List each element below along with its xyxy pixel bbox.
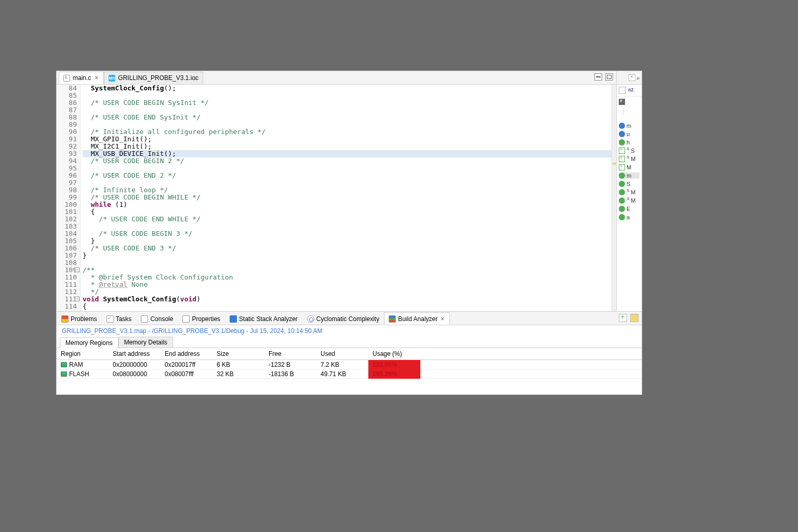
code-line[interactable]: MX_GPIO_Init(); <box>83 136 611 143</box>
outline-item[interactable]: h <box>619 139 640 145</box>
refresh-button[interactable] <box>630 314 639 322</box>
usage-cell: 120.05% <box>368 360 420 369</box>
tab-console[interactable]: Console <box>136 312 178 325</box>
code-line[interactable] <box>83 107 611 114</box>
code-line[interactable] <box>83 92 611 99</box>
maximize-button[interactable] <box>605 73 613 81</box>
outline-icon <box>619 156 625 162</box>
code-line[interactable]: * @brief System Clock Configuration <box>83 274 611 281</box>
col-free[interactable]: Free <box>264 349 316 358</box>
table-row[interactable]: RAM0x200000000x200017ff6 KB-1232 B7.2 KB… <box>57 360 642 369</box>
tab-tasks[interactable]: Tasks <box>102 312 137 325</box>
code-line[interactable]: /* USER CODE END SysInit */ <box>83 114 611 121</box>
subtab-memory-details[interactable]: Memory Details <box>118 337 173 348</box>
outline-item[interactable]: SM <box>619 197 640 204</box>
overview-ruler[interactable] <box>611 85 616 311</box>
code-line[interactable]: /* USER CODE BEGIN 2 */ <box>83 157 611 165</box>
outline-item[interactable]: u <box>619 131 640 137</box>
tab-problems[interactable]: Problems <box>57 312 102 325</box>
sort-az-icon[interactable]: az <box>628 87 634 94</box>
code-line[interactable]: MX_I2C1_Init(); <box>83 143 611 150</box>
build-subtab-bar: Memory Regions Memory Details <box>57 337 642 348</box>
minimize-button[interactable] <box>594 73 602 81</box>
code-line[interactable]: /* USER CODE END 2 */ <box>83 172 611 179</box>
outline-label: u <box>627 131 630 137</box>
build-map-info: GRILLING_PROBE_V3.1.map - /GRILLING_PROB… <box>57 325 642 337</box>
code-line[interactable]: /** <box>83 267 611 274</box>
outline-item[interactable]: m <box>619 123 640 129</box>
code-line[interactable]: } <box>83 252 611 259</box>
code-line[interactable]: MX_USB_DEVICE_Init(); <box>83 150 611 157</box>
subtab-memory-regions[interactable]: Memory Regions <box>60 337 118 348</box>
code-line[interactable]: SystemClock_Config(); <box>83 85 611 92</box>
code-line[interactable] <box>83 223 611 230</box>
table-row[interactable]: FLASH0x080000000x08007fff32 KB-18136 B49… <box>57 369 642 379</box>
properties-icon <box>182 315 190 323</box>
close-icon[interactable]: × <box>440 315 445 323</box>
fold-icon[interactable]: − <box>75 297 79 301</box>
build-icon <box>389 315 396 323</box>
collapse-icon[interactable] <box>619 87 626 94</box>
console-icon <box>141 315 148 323</box>
code-content[interactable]: SystemClock_Config(); /* USER CODE BEGIN… <box>81 85 611 311</box>
editor-tab-main-c[interactable]: main.c × <box>59 72 104 84</box>
col-size[interactable]: Size <box>212 349 264 358</box>
code-line[interactable]: */ <box>83 288 611 296</box>
outline-label: M <box>631 156 635 162</box>
outline-icon <box>619 172 625 179</box>
outline-item[interactable]: M <box>619 164 640 170</box>
col-start[interactable]: Start address <box>109 349 161 358</box>
fold-icon[interactable]: − <box>75 268 79 272</box>
cyclomatic-icon <box>307 315 314 323</box>
outline-icon <box>619 148 625 154</box>
code-line[interactable] <box>83 165 611 172</box>
col-used[interactable]: Used <box>316 349 368 358</box>
code-line[interactable]: /* USER CODE END 3 */ <box>83 245 611 252</box>
code-line[interactable]: { <box>83 303 611 310</box>
code-editor[interactable]: 8485868788899091929394959697989910010110… <box>57 85 616 311</box>
usage-cell: 155.35% <box>368 369 420 379</box>
outline-label: E <box>627 206 630 212</box>
c-file-icon <box>63 75 70 82</box>
code-line[interactable] <box>83 179 611 187</box>
outline-label: m <box>627 123 631 129</box>
bottom-tab-bar: Problems Tasks Console Properties Static… <box>57 312 642 325</box>
col-region[interactable]: Region <box>57 349 109 358</box>
close-icon[interactable]: × <box>629 74 635 81</box>
code-line[interactable]: /* USER CODE BEGIN 3 */ <box>83 230 611 237</box>
tab-static-stack[interactable]: Static Stack Analyzer <box>225 312 302 325</box>
hash-icon[interactable] <box>619 99 625 105</box>
code-line[interactable]: { <box>83 208 611 216</box>
tab-properties[interactable]: Properties <box>178 312 225 325</box>
outline-item[interactable]: E <box>619 206 640 212</box>
code-line[interactable]: /* Initialize all configured peripherals… <box>83 128 611 136</box>
outline-item[interactable]: SM <box>619 189 640 195</box>
code-line[interactable]: /* USER CODE END WHILE */ <box>83 216 611 223</box>
tab-build-analyzer[interactable]: Build Analyzer× <box>384 312 450 325</box>
col-end[interactable]: End address <box>161 349 212 358</box>
code-line[interactable]: * @retval None <box>83 281 611 288</box>
code-line[interactable]: } <box>83 237 611 245</box>
code-line[interactable]: /* Infinite loop */ <box>83 187 611 194</box>
outline-item[interactable]: SM <box>619 156 640 162</box>
col-usage[interactable]: Usage (%) <box>368 349 420 358</box>
code-line[interactable]: /* USER CODE BEGIN WHILE */ <box>83 194 611 201</box>
code-line[interactable] <box>83 259 611 267</box>
table-header: Region Start address End address Size Fr… <box>57 348 642 360</box>
editor-tab-ioc[interactable]: MX GRILLING_PROBE_V3.1.ioc <box>104 72 203 84</box>
code-line[interactable] <box>83 121 611 128</box>
chevron-right-icon[interactable]: » <box>636 75 640 81</box>
outline-item[interactable]: a <box>619 214 640 220</box>
close-icon[interactable]: × <box>94 74 99 82</box>
outline-list: muhSSSMMmSSMSMEa <box>617 119 642 311</box>
outline-label: a <box>627 214 630 220</box>
memory-icon <box>61 371 67 377</box>
add-view-button[interactable] <box>619 314 627 322</box>
outline-item[interactable]: m <box>619 172 640 179</box>
code-line[interactable]: while (1) <box>83 201 611 208</box>
outline-item[interactable]: SS <box>619 148 640 154</box>
tab-cyclomatic[interactable]: Cyclomatic Complexity <box>302 312 384 325</box>
code-line[interactable]: /* USER CODE BEGIN SysInit */ <box>83 99 611 107</box>
outline-item[interactable]: S <box>619 181 640 187</box>
code-line[interactable]: void SystemClock_Config(void) <box>83 296 611 303</box>
